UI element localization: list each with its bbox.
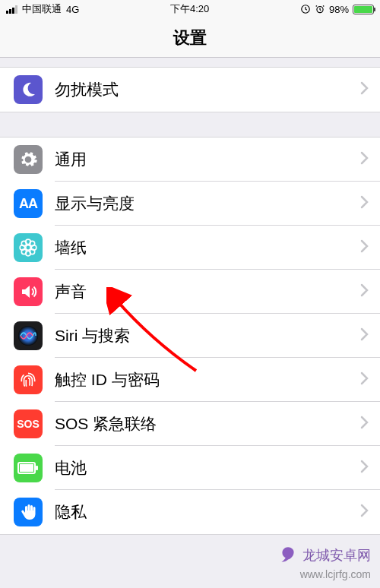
row-label: 墙纸 bbox=[43, 237, 360, 258]
row-label: 电池 bbox=[43, 457, 360, 479]
settings-group: 勿扰模式 bbox=[0, 67, 380, 112]
settings-row-sound[interactable]: 声音 bbox=[0, 270, 380, 314]
watermark-brand: 龙城安卓网 bbox=[278, 545, 371, 565]
chevron-right-icon bbox=[360, 327, 369, 344]
chevron-right-icon bbox=[360, 239, 369, 256]
chevron-right-icon bbox=[360, 151, 369, 168]
moon-icon bbox=[14, 75, 43, 104]
page-title: 设置 bbox=[173, 27, 207, 49]
settings-row-touchid[interactable]: 触控 ID 与密码 bbox=[0, 358, 380, 402]
fingerprint-icon bbox=[14, 365, 43, 394]
settings-row-siri[interactable]: Siri 与搜索 bbox=[0, 314, 380, 358]
svg-rect-14 bbox=[36, 466, 38, 470]
siri-icon bbox=[14, 321, 43, 350]
row-label: 显示与亮度 bbox=[43, 193, 360, 214]
battery-icon bbox=[353, 5, 374, 14]
carrier-label: 中国联通 bbox=[22, 2, 62, 16]
chevron-right-icon bbox=[360, 504, 369, 520]
battery-pct-label: 98% bbox=[329, 4, 349, 15]
row-label: 勿扰模式 bbox=[43, 79, 360, 100]
settings-row-general[interactable]: 通用 bbox=[0, 138, 380, 182]
svg-point-11 bbox=[18, 326, 38, 346]
row-label: 隐私 bbox=[43, 501, 360, 523]
settings-row-sos[interactable]: SOSSOS 紧急联络 bbox=[0, 402, 380, 446]
gear-icon bbox=[14, 145, 43, 174]
signal-icon bbox=[6, 5, 17, 14]
row-label: 触控 ID 与密码 bbox=[43, 369, 360, 390]
status-bar: 中国联通 4G 下午4:20 98% bbox=[0, 0, 380, 18]
settings-row-battery[interactable]: 电池 bbox=[0, 446, 380, 490]
watermark-url: www.lcjrfg.com bbox=[300, 568, 371, 580]
svg-rect-13 bbox=[20, 464, 33, 472]
settings-row-privacy[interactable]: 隐私 bbox=[0, 490, 380, 534]
chevron-right-icon bbox=[360, 283, 369, 300]
svg-point-2 bbox=[26, 245, 31, 251]
textsize-icon: AA bbox=[14, 189, 43, 218]
settings-list[interactable]: 勿扰模式通用AA显示与亮度墙纸声音Siri 与搜索触控 ID 与密码SOSSOS… bbox=[0, 58, 380, 535]
chevron-right-icon bbox=[360, 371, 369, 388]
alarm-icon bbox=[315, 4, 325, 14]
battery-icon bbox=[14, 454, 43, 482]
settings-row-dnd[interactable]: 勿扰模式 bbox=[0, 68, 380, 112]
row-label: SOS 紧急联络 bbox=[43, 413, 360, 435]
settings-group: 通用AA显示与亮度墙纸声音Siri 与搜索触控 ID 与密码SOSSOS 紧急联… bbox=[0, 137, 380, 535]
speaker-icon bbox=[14, 277, 43, 306]
flower-icon bbox=[14, 233, 43, 262]
chevron-right-icon bbox=[360, 195, 369, 212]
time-label: 下午4:20 bbox=[170, 2, 209, 16]
settings-row-wallpaper[interactable]: 墙纸 bbox=[0, 226, 380, 270]
rotation-lock-icon bbox=[300, 4, 311, 14]
settings-row-display[interactable]: AA显示与亮度 bbox=[0, 182, 380, 226]
chevron-right-icon bbox=[360, 460, 369, 476]
hand-icon bbox=[14, 498, 43, 526]
watermark-icon bbox=[278, 545, 298, 565]
row-label: Siri 与搜索 bbox=[43, 325, 360, 346]
network-label: 4G bbox=[66, 4, 79, 15]
chevron-right-icon bbox=[360, 81, 369, 98]
row-label: 通用 bbox=[43, 149, 360, 170]
sos-icon: SOS bbox=[14, 409, 43, 438]
nav-bar: 设置 bbox=[0, 18, 380, 58]
row-label: 声音 bbox=[43, 281, 360, 302]
chevron-right-icon bbox=[360, 416, 369, 432]
